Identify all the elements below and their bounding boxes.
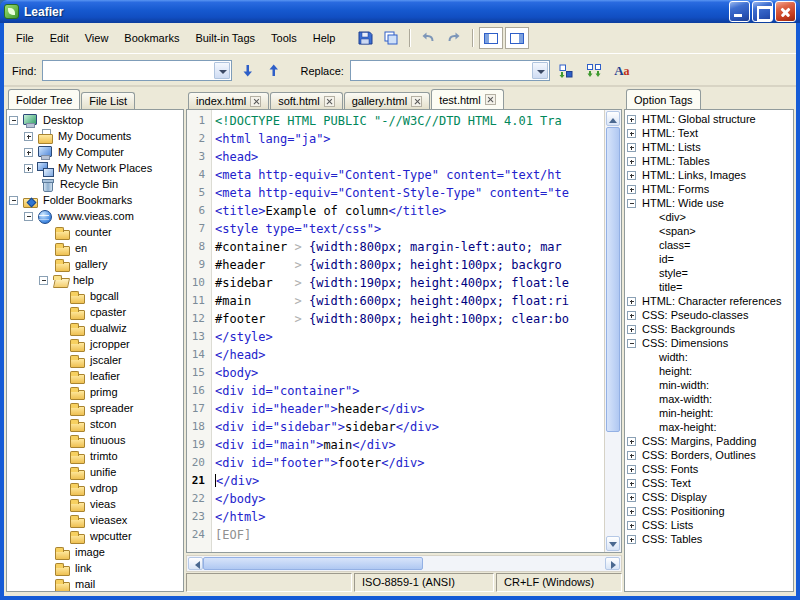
code-line[interactable]: 8#container > {width:800px; margin-left:… (187, 238, 604, 256)
collapse-icon[interactable] (627, 199, 636, 208)
collapse-icon[interactable] (9, 116, 18, 125)
tree-item-my-documents[interactable]: My Documents (7, 128, 183, 144)
close-tab-icon[interactable] (324, 96, 335, 107)
tree-item-style[interactable]: style= (625, 266, 793, 280)
tab-test-html[interactable]: test.html (431, 89, 504, 109)
tree-item-css-dimensions[interactable]: CSS: Dimensions (625, 336, 793, 350)
code-line[interactable]: 21</div> (187, 472, 604, 490)
tree-item-bgcall[interactable]: bgcall (7, 288, 183, 304)
collapse-icon[interactable] (9, 196, 18, 205)
menu-view[interactable]: View (77, 28, 117, 48)
tree-item-html-links-images[interactable]: HTML: Links, Images (625, 168, 793, 182)
tree-item-id[interactable]: id= (625, 252, 793, 266)
expand-icon[interactable] (627, 325, 636, 334)
menu-edit[interactable]: Edit (42, 28, 77, 48)
toggle-right-panel-button[interactable] (505, 27, 529, 49)
expand-icon[interactable] (24, 148, 33, 157)
tree-item-mail[interactable]: mail (7, 576, 183, 592)
expand-icon[interactable] (627, 493, 636, 502)
tab-soft-html[interactable]: soft.html (270, 92, 343, 109)
scroll-right-button[interactable] (605, 557, 620, 570)
expand-icon[interactable] (627, 185, 636, 194)
tree-item-trimto[interactable]: trimto (7, 448, 183, 464)
code-line[interactable]: 9#header > {width:800px; height:100px; b… (187, 256, 604, 274)
code-line[interactable]: 7<style type="text/css"> (187, 220, 604, 238)
replace-button[interactable] (554, 60, 578, 82)
scroll-down-button[interactable] (606, 536, 620, 551)
close-tab-icon[interactable] (250, 96, 261, 107)
tree-item-html-text[interactable]: HTML: Text (625, 126, 793, 140)
collapse-icon[interactable] (39, 276, 48, 285)
tree-item-wpcutter[interactable]: wpcutter (7, 528, 183, 544)
code-line[interactable]: 2<html lang="ja"> (187, 130, 604, 148)
tree-item-html-wide-use[interactable]: HTML: Wide use (625, 196, 793, 210)
tree-item-desktop[interactable]: Desktop (7, 112, 183, 128)
tree-item-css-lists[interactable]: CSS: Lists (625, 518, 793, 532)
folder-tree[interactable]: DesktopMy DocumentsMy ComputerMy Network… (6, 109, 184, 592)
replace-dropdown-button[interactable] (532, 62, 548, 79)
minimize-button[interactable] (729, 1, 750, 22)
expand-icon[interactable] (627, 437, 636, 446)
tree-item-css-backgrounds[interactable]: CSS: Backgrounds (625, 322, 793, 336)
redo-button[interactable] (442, 27, 466, 49)
tree-item-min-height[interactable]: min-height: (625, 406, 793, 420)
close-button[interactable] (775, 1, 796, 22)
code-line[interactable]: 19<div id="main">main</div> (187, 436, 604, 454)
tree-item-folder-bookmarks[interactable]: Folder Bookmarks (7, 192, 183, 208)
tree-item-html-character-references[interactable]: HTML: Character references (625, 294, 793, 308)
tree-item-cpaster[interactable]: cpaster (7, 304, 183, 320)
undo-button[interactable] (416, 27, 440, 49)
replace-all-button[interactable] (582, 60, 606, 82)
code-line[interactable]: 1<!DOCTYPE HTML PUBLIC "-//W3C//DTD HTML… (187, 112, 604, 130)
tree-item-class[interactable]: class= (625, 238, 793, 252)
option-tags-tree[interactable]: HTML: Global structureHTML: TextHTML: Li… (624, 109, 794, 592)
code-line[interactable]: 24[EOF] (187, 526, 604, 544)
tab-gallery-html[interactable]: gallery.html (344, 92, 430, 109)
find-input[interactable] (45, 63, 212, 78)
scroll-left-button[interactable] (188, 557, 203, 570)
expand-icon[interactable] (627, 115, 636, 124)
expand-icon[interactable] (627, 535, 636, 544)
code-line[interactable]: 6<title>Example of column</title> (187, 202, 604, 220)
font-button[interactable]: Aa (610, 60, 634, 82)
code-line[interactable]: 15<body> (187, 364, 604, 382)
tree-item-css-display[interactable]: CSS: Display (625, 490, 793, 504)
tree-item-html-lists[interactable]: HTML: Lists (625, 140, 793, 154)
tree-item-css-positioning[interactable]: CSS: Positioning (625, 504, 793, 518)
menu-built-in-tags[interactable]: Built-in Tags (187, 28, 263, 48)
find-dropdown-button[interactable] (214, 62, 230, 79)
code-line[interactable]: 16<div id="container"> (187, 382, 604, 400)
expand-icon[interactable] (627, 465, 636, 474)
tree-item-css-tables[interactable]: CSS: Tables (625, 532, 793, 546)
menu-tools[interactable]: Tools (263, 28, 305, 48)
scroll-up-button[interactable] (606, 111, 620, 126)
expand-icon[interactable] (627, 171, 636, 180)
tab-option-tags[interactable]: Option Tags (626, 89, 701, 109)
expand-icon[interactable] (627, 157, 636, 166)
expand-icon[interactable] (24, 164, 33, 173)
code-line[interactable]: 3<head> (187, 148, 604, 166)
tree-item-vdrop[interactable]: vdrop (7, 480, 183, 496)
tree-item-max-height[interactable]: max-height: (625, 420, 793, 434)
close-tab-icon[interactable] (485, 94, 496, 105)
tree-item-height[interactable]: height: (625, 364, 793, 378)
code-line[interactable]: 13</style> (187, 328, 604, 346)
horizontal-scrollbar[interactable] (186, 555, 622, 572)
tree-item-jcropper[interactable]: jcropper (7, 336, 183, 352)
menu-file[interactable]: File (8, 28, 42, 48)
tree-item-www-vieas-com[interactable]: www.vieas.com (7, 208, 183, 224)
code-line[interactable]: 22</body> (187, 490, 604, 508)
menu-bookmarks[interactable]: Bookmarks (116, 28, 187, 48)
expand-icon[interactable] (627, 451, 636, 460)
code-line[interactable]: 11#main > {width:600px; height:400px; fl… (187, 292, 604, 310)
expand-icon[interactable] (627, 143, 636, 152)
code-area[interactable]: 1<!DOCTYPE HTML PUBLIC "-//W3C//DTD HTML… (187, 110, 604, 552)
code-line[interactable]: 23</html> (187, 508, 604, 526)
expand-icon[interactable] (627, 521, 636, 530)
expand-icon[interactable] (627, 507, 636, 516)
tree-item-link[interactable]: link (7, 560, 183, 576)
tree-item-span[interactable]: <span> (625, 224, 793, 238)
tree-item-css-pseudo-classes[interactable]: CSS: Pseudo-classes (625, 308, 793, 322)
find-combobox[interactable] (42, 60, 232, 81)
tree-item-unifie[interactable]: unifie (7, 464, 183, 480)
